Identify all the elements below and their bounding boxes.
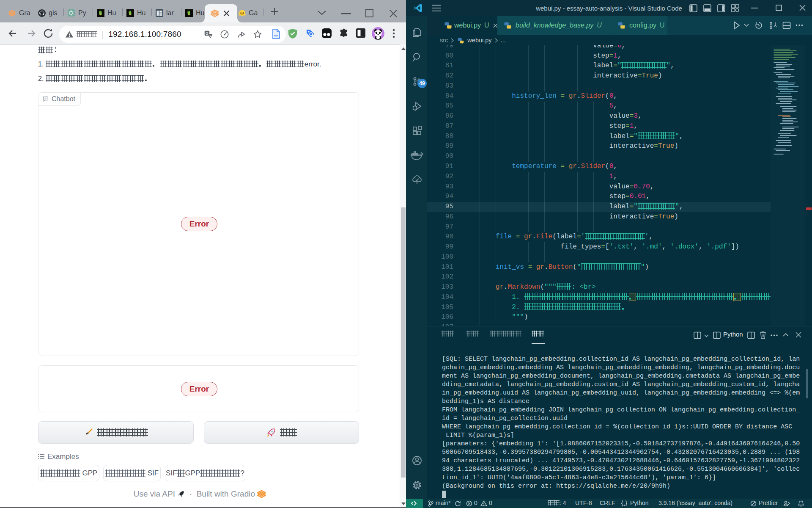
svg-text:G: G [206,31,208,35]
